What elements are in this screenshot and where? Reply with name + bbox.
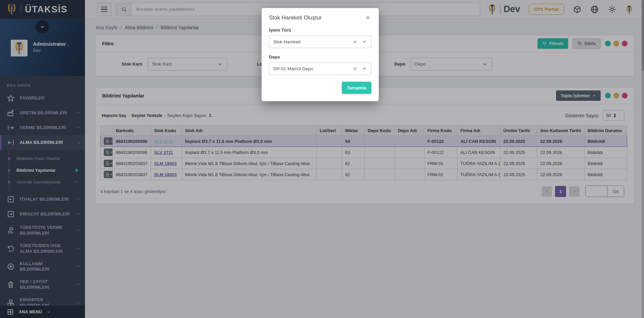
modal-depo-label: Depo [269,54,371,59]
stock-movement-modal: Stok Hareketi Oluştur İşlem Türü Stok Ha… [262,8,379,101]
modal-title: Stok Hareketi Oluştur [269,14,322,21]
complete-button[interactable]: Tamamla [342,82,371,94]
close-icon[interactable] [364,14,371,21]
modal-depo-select[interactable]: DP-01 Mamül Depo [269,62,371,75]
islem-turu-label: İşlem Türü [269,28,371,33]
chevron-down-icon[interactable] [362,39,367,44]
clear-icon[interactable] [353,67,357,71]
islem-turu-select[interactable]: Stok Hareketi [269,35,371,48]
clear-icon[interactable] [353,40,357,44]
chevron-down-icon[interactable] [362,66,367,71]
